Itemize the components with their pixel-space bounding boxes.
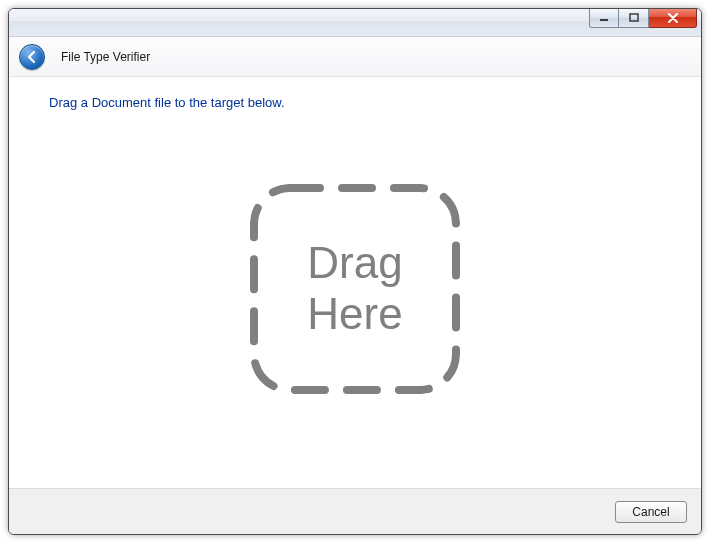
dialog-window: File Type Verifier Drag a Document file … <box>8 8 702 535</box>
instruction-text: Drag a Document file to the target below… <box>49 95 661 110</box>
svg-rect-0 <box>600 19 608 21</box>
maximize-button[interactable] <box>619 8 649 28</box>
minimize-button[interactable] <box>589 8 619 28</box>
titlebar[interactable] <box>9 9 701 37</box>
close-button[interactable] <box>649 8 697 28</box>
header-bar: File Type Verifier <box>9 37 701 77</box>
cancel-button[interactable]: Cancel <box>615 501 687 523</box>
content-area: Drag a Document file to the target below… <box>9 77 701 488</box>
back-button[interactable] <box>19 44 45 70</box>
caption-buttons <box>589 8 697 28</box>
arrow-left-icon <box>25 50 39 64</box>
dropzone-label-line2: Here <box>307 289 402 340</box>
app-title: File Type Verifier <box>61 50 150 64</box>
drop-target[interactable]: Drag Here <box>250 184 460 394</box>
dropzone-container: Drag Here <box>49 110 661 488</box>
footer-bar: Cancel <box>9 488 701 534</box>
svg-rect-1 <box>630 14 638 21</box>
dropzone-label-line1: Drag <box>307 238 402 289</box>
